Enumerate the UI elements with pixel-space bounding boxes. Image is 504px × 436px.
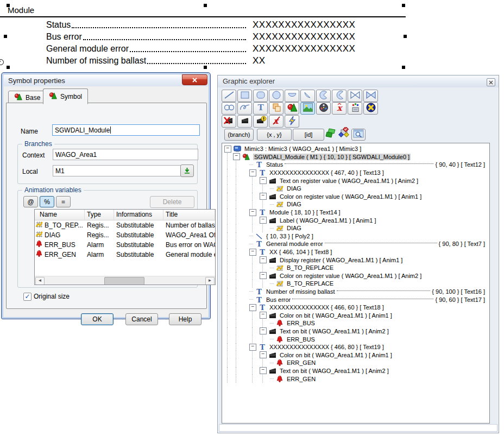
tree-expander-minus[interactable]: − — [260, 327, 267, 334]
explorer-close-button[interactable] — [487, 78, 495, 86]
tree-item[interactable]: TGeneral module error{ 90, 80 } [ Text7 … — [222, 240, 489, 248]
tree-item[interactable]: −Label ( WAGO_Area1.M1 ) [ Anim1 ] — [222, 216, 489, 224]
selection-handle[interactable] — [204, 66, 207, 69]
tree-item[interactable]: −Color on register value ( WAGO_Area1.M1… — [222, 193, 489, 201]
tool-button-polyline-tool[interactable] — [348, 90, 362, 102]
tab-symbol[interactable]: Symbol — [43, 89, 88, 104]
column-header-informations[interactable]: Informations — [114, 210, 163, 220]
tool-button-pie-open-tool[interactable] — [332, 90, 346, 102]
table-header[interactable]: Name Type Informations Title — [35, 210, 215, 220]
tree-item[interactable]: −Text on bit ( WAGO_Area1.M1 ) [ Anim2 ] — [222, 327, 489, 336]
id-mode-button[interactable]: [id] — [293, 129, 324, 141]
tool-button-ellipse-tool[interactable] — [269, 90, 284, 102]
scrollbar-thumb[interactable] — [104, 277, 144, 285]
animation-variables-table[interactable]: Name Type Informations Title B_TO_REP...… — [34, 209, 216, 285]
tool-button-arc-tool[interactable] — [300, 90, 315, 102]
tool-button-preview[interactable] — [351, 129, 366, 141]
tree-item[interactable]: −Text on register value ( WAGO_Area1.M1 … — [222, 176, 489, 185]
tree-expander-minus[interactable]: − — [260, 217, 267, 224]
tree-item[interactable]: −Text on bit ( WAGO_Area1.M1 ) [ Anim2 ] — [222, 367, 489, 375]
tool-button-animation-warning[interactable] — [253, 115, 268, 128]
local-input[interactable]: M1 — [53, 165, 182, 176]
close-button[interactable] — [182, 74, 207, 85]
selection-handle[interactable] — [7, 66, 10, 69]
selection-handle[interactable] — [404, 35, 407, 38]
tool-button-line-tool[interactable] — [222, 90, 236, 102]
tool-button-group-tool[interactable] — [269, 102, 284, 115]
tree-expander-minus[interactable]: − — [249, 304, 256, 311]
selection-handle[interactable] — [7, 4, 10, 7]
tree-expander-minus[interactable]: − — [249, 344, 256, 351]
tree-item[interactable]: −Color on bit ( WAGO_Area1.M1 ) [ Anim1 … — [222, 351, 489, 359]
tool-button-animation[interactable] — [237, 115, 252, 128]
column-header-type[interactable]: Type — [85, 210, 114, 220]
tool-button-animation-delete[interactable] — [222, 115, 236, 128]
selection-handle[interactable] — [4, 35, 7, 38]
graphic-object-tree[interactable]: −Mimic3 : Mimic3 ( WAGO_Area1 ) [ Mimic3… — [222, 143, 490, 424]
tree-item[interactable]: −TXXXXXXXXXXXXXXX { 466, 80 } [ Text19 ] — [222, 343, 489, 351]
tree-item[interactable]: −TXX { 466, 104 } [ Text8 ] — [222, 248, 489, 256]
column-header-title[interactable]: Title — [163, 210, 215, 220]
tool-button-film-reel[interactable] — [316, 102, 331, 115]
tree-expander-minus[interactable]: − — [260, 272, 267, 279]
tool-button-image-tool[interactable] — [300, 102, 315, 115]
tree-item[interactable]: TStatus{ 90, 40 } [ Text12 ] — [222, 161, 489, 169]
tree-item[interactable]: ERR_BUS — [222, 335, 489, 343]
explorer-titlebar[interactable]: Graphic explorer — [218, 75, 499, 87]
scroll-left-arrow-icon[interactable]: ◄ — [35, 277, 45, 285]
tree-expander-minus[interactable]: − — [249, 169, 256, 176]
horizontal-scrollbar[interactable]: ◄ ► — [35, 276, 215, 285]
selection-handle[interactable] — [402, 66, 405, 69]
help-button[interactable]: Help — [169, 313, 201, 325]
tree-item[interactable]: ERR_GEN — [222, 359, 489, 367]
tool-button-variable[interactable]: x — [332, 102, 346, 115]
tool-button-symbol-tool[interactable] — [285, 102, 299, 115]
tree-expander-minus[interactable]: − — [249, 209, 256, 216]
tool-button-attributes[interactable] — [338, 128, 349, 139]
tool-button-pie-tool[interactable] — [316, 90, 331, 102]
tree-expander-minus[interactable]: − — [260, 312, 267, 319]
tree-item[interactable]: DIAG — [222, 185, 489, 193]
tree-item[interactable]: { 10, 33 } [ Poly2 ] — [222, 232, 489, 241]
name-input[interactable]: SGWDALI_Module — [52, 124, 200, 136]
tree-item[interactable]: B_TO_REPLACE — [222, 264, 489, 272]
tool-button-rectangle-tool[interactable] — [237, 90, 252, 102]
tree-item[interactable]: ERR_GEN — [222, 375, 489, 383]
tree-item[interactable]: −Color on register value ( WAGO_Area1.M1… — [222, 272, 489, 280]
tree-expander-minus[interactable]: − — [233, 153, 240, 160]
rotation-anchor[interactable] — [0, 59, 4, 65]
tool-button-polygon-tool[interactable] — [363, 90, 378, 102]
tool-button-closed-spline-tool[interactable] — [222, 102, 236, 115]
tree-expander-minus[interactable]: − — [260, 256, 267, 263]
cancel-button[interactable]: Cancel — [125, 313, 158, 325]
dialog-titlebar[interactable]: Symbol properties — [4, 75, 208, 86]
tree-expander-minus[interactable]: − — [260, 367, 267, 374]
tool-button-activex[interactable] — [363, 102, 378, 115]
tree-item[interactable]: TBus error{ 90, 60 } [ Text17 ] — [222, 295, 489, 304]
context-input[interactable]: WAGO_Area1 — [53, 149, 198, 160]
tree-expander-minus[interactable]: − — [260, 177, 267, 184]
table-row[interactable]: B_TO_REP...Regis...SubstitutableNumber o… — [35, 220, 215, 230]
local-branch-picker-button[interactable] — [180, 165, 194, 177]
tool-button-variable-delete[interactable]: x — [269, 115, 284, 128]
scroll-right-arrow-icon[interactable]: ► — [205, 277, 215, 285]
tree-item[interactable]: −TXXXXXXXXXXXXXXX { 467, 40 } [ Text13 ] — [222, 169, 489, 177]
tool-button-replace[interactable] — [325, 129, 336, 140]
ok-button[interactable]: OK — [81, 313, 114, 325]
branch-mode-button[interactable]: (branch) — [224, 129, 254, 141]
tree-item[interactable]: −TModule { 18, 10 } [ Text14 ] — [222, 208, 489, 217]
tree-expander-minus[interactable]: − — [249, 249, 256, 256]
filter-percent-button[interactable]: % — [40, 196, 54, 207]
tree-item[interactable]: DIAG — [222, 224, 489, 232]
filter-at-button[interactable]: @ — [23, 196, 38, 207]
tool-button-chord-tool[interactable] — [285, 90, 299, 102]
tree-item[interactable]: ERR_BUS — [222, 319, 489, 327]
tree-item[interactable]: −SGWDALI_Module ( M1 ) { 10, 10 } [ SGWD… — [222, 153, 489, 161]
column-header-name[interactable]: Name — [35, 210, 85, 220]
filter-equals-button[interactable]: = — [56, 196, 71, 207]
tree-expander-minus[interactable]: − — [224, 146, 231, 153]
table-row[interactable]: ERR_BUSAlarmSubstitutableBus error on WA… — [35, 240, 215, 250]
tool-button-container[interactable] — [348, 102, 362, 115]
tool-button-text-tool[interactable]: T — [253, 102, 268, 115]
table-row[interactable]: ERR_GENAlarmSubstitutableGeneral module … — [35, 250, 215, 260]
